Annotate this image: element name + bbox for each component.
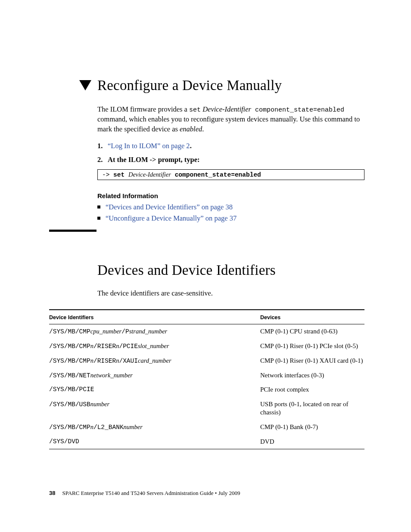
table-header-row: Device Identifiers Devices: [49, 310, 364, 324]
header-identifiers: Device Identifiers: [49, 314, 260, 320]
footer-text: SPARC Enterprise T5140 and T5240 Servers…: [62, 490, 240, 496]
identifier-cell: /SYS/MB/USBnumber: [49, 400, 260, 409]
header-devices: Devices: [260, 314, 364, 320]
identifier-cell: /SYS/DVD: [49, 438, 260, 446]
related-item: “Unconfigure a Device Manually” on page …: [97, 214, 364, 223]
identifier-cell: /SYS/MB/CMPn/RISERn/PCIEslot_number: [49, 342, 260, 351]
device-cell: PCIe root complex: [260, 386, 364, 394]
section-heading-row: Reconfigure a Device Manually: [79, 78, 364, 93]
related-link-1[interactable]: “Devices and Device Identifiers” on page…: [106, 203, 233, 212]
section2-title: Devices and Device Identifiers: [97, 262, 364, 278]
identifier-cell: /SYS/MB/CMPcpu_number/Pstrand_number: [49, 327, 260, 336]
device-cell: Network interfaces (0-3): [260, 371, 364, 380]
related-info-heading: Related Information: [97, 192, 364, 199]
identifier-cell: /SYS/MB/CMPn/L2_BANKnumber: [49, 423, 260, 432]
table-row: /SYS/MB/CMPn/L2_BANKnumberCMP (0-1) Bank…: [49, 420, 364, 435]
identifier-cell: /SYS/MB/PCIE: [49, 386, 260, 394]
procedure-steps: 1. “Log In to ILOM” on page 2. 2. At the…: [97, 142, 364, 164]
command-box: -> set Device-Identifier component_state…: [97, 169, 364, 180]
section1-title: Reconfigure a Device Manually: [97, 78, 282, 93]
step1-period: .: [190, 142, 192, 150]
cmd-prompt: ->: [102, 171, 113, 178]
page-number: 38: [49, 490, 55, 496]
cmd-rest: component_state=enabled: [171, 171, 261, 178]
step2-number: 2.: [97, 156, 104, 164]
bullet-icon: [97, 217, 100, 220]
intro-device-identifier: Device-Identifier: [202, 105, 251, 113]
device-identifiers-table: Device Identifiers Devices /SYS/MB/CMPcp…: [49, 309, 364, 449]
device-cell: CMP (0-1) CPU strand (0-63): [260, 327, 364, 336]
page-footer: 38SPARC Enterprise T5140 and T5240 Serve…: [49, 490, 240, 497]
device-cell: CMP (0-1) Riser (0-1) XAUI card (0-1): [260, 357, 364, 365]
step1-number: 1.: [97, 142, 104, 150]
identifier-cell: /SYS/MB/NETnetwork_number: [49, 371, 260, 380]
device-cell: USB ports (0-1, located on rear of chass…: [260, 400, 364, 417]
intro-cmd: set: [189, 106, 201, 114]
table-row: /SYS/MB/CMPn/RISERn/PCIEslot_numberCMP (…: [49, 339, 364, 354]
intro-enabled: enabled: [180, 125, 202, 133]
device-cell: CMP (0-1) Riser (0-1) PCIe slot (0-5): [260, 342, 364, 351]
device-cell: DVD: [260, 438, 364, 446]
step-1: 1. “Log In to ILOM” on page 2.: [97, 142, 364, 150]
table-row: /SYS/MB/PCIEPCIe root complex: [49, 383, 364, 397]
cmd-set: set: [113, 171, 128, 178]
table-row: /SYS/MB/CMPn/RISERn/XAUIcard_numberCMP (…: [49, 354, 364, 368]
identifier-cell: /SYS/MB/CMPn/RISERn/XAUIcard_number: [49, 357, 260, 365]
table-body: /SYS/MB/CMPcpu_number/Pstrand_numberCMP …: [49, 324, 364, 449]
svg-marker-0: [79, 80, 91, 90]
step1-link[interactable]: “Log In to ILOM” on page 2: [108, 142, 190, 150]
related-info-list: “Devices and Device Identifiers” on page…: [97, 203, 364, 223]
table-row: /SYS/MB/USBnumberUSB ports (0-1, located…: [49, 397, 364, 420]
table-row: /SYS/MB/CMPcpu_number/Pstrand_numberCMP …: [49, 324, 364, 339]
step2-text: At the ILOM -> prompt, type:: [108, 156, 200, 164]
intro-suffix: component_state=enabled: [251, 106, 344, 114]
step1-content: “Log In to ILOM” on page 2.: [108, 142, 192, 150]
section2-intro: The device identifiers are case-sensitiv…: [97, 289, 364, 298]
intro-period: .: [202, 125, 204, 133]
bullet-icon: [97, 205, 100, 208]
intro-line2: command, which enables you to reconfigur…: [97, 115, 360, 133]
related-item: “Devices and Device Identifiers” on page…: [97, 203, 364, 212]
section-divider-bar: [49, 230, 97, 232]
table-row: /SYS/MB/NETnetwork_numberNetwork interfa…: [49, 368, 364, 383]
procedure-marker-icon: [79, 80, 91, 91]
table-row: /SYS/DVDDVD: [49, 435, 364, 449]
related-link-2[interactable]: “Unconfigure a Device Manually” on page …: [106, 214, 237, 223]
device-cell: CMP (0-1) Bank (0-7): [260, 423, 364, 432]
step-2: 2. At the ILOM -> prompt, type:: [97, 156, 364, 164]
intro-text: The ILOM firmware provides a: [97, 105, 189, 113]
section1-intro: The ILOM firmware provides a set Device-…: [97, 105, 364, 134]
cmd-device: Device-Identifier: [128, 171, 171, 178]
